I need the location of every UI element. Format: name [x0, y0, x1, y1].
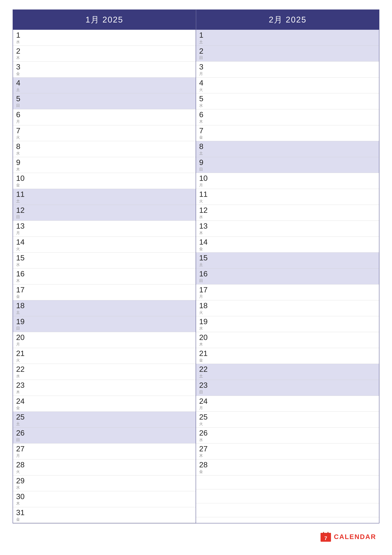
day-row: 26日	[13, 428, 196, 444]
event-area	[212, 286, 376, 295]
event-area	[29, 142, 192, 152]
day-number: 18	[16, 301, 24, 310]
day-row: 20木	[196, 332, 379, 348]
calendar-logo-icon: 7	[320, 531, 331, 542]
day-number: 8	[16, 142, 20, 151]
day-number: 21	[16, 349, 24, 358]
day-number: 27	[16, 445, 24, 453]
day-number: 4	[16, 79, 20, 87]
day-number: 8	[199, 142, 203, 151]
day-row: 15水	[13, 253, 196, 269]
day-number: 11	[16, 190, 24, 198]
day-name: 日	[199, 56, 203, 60]
day-name: 金	[16, 517, 20, 522]
day-name: 日	[199, 167, 203, 172]
day-number: 26	[16, 429, 24, 437]
event-area	[212, 190, 376, 200]
day-row: 3月	[196, 62, 379, 78]
day-number: 18	[199, 301, 207, 310]
day-row: 17月	[196, 285, 379, 300]
event-area	[29, 397, 192, 407]
february-column: 1土2日3月4火5水6木7金8土9日10月11火12水13木14金15土16日1…	[196, 30, 379, 523]
day-name: 火	[16, 469, 20, 474]
day-number: 15	[16, 254, 24, 262]
day-number: 26	[199, 429, 207, 437]
page: 1月 2025 2月 2025 1水2木3金4土5日6月7火8水9木10金11土…	[0, 0, 392, 555]
event-area	[29, 31, 192, 41]
day-row: 21金	[196, 348, 379, 364]
day-name: 月	[199, 294, 203, 299]
day-name: 金	[199, 135, 203, 140]
day-number: 6	[199, 110, 203, 119]
day-row: 16木	[13, 269, 196, 285]
day-row: 1水	[13, 30, 196, 46]
day-name: 月	[199, 72, 203, 76]
day-number: 24	[199, 397, 207, 405]
day-row: 18火	[196, 300, 379, 316]
day-number: 20	[16, 333, 24, 342]
event-area	[212, 47, 376, 57]
day-number: 4	[199, 79, 203, 87]
event-area	[29, 95, 192, 104]
day-number: 14	[16, 238, 24, 246]
day-number: 13	[16, 222, 24, 230]
svg-text:7: 7	[324, 535, 327, 541]
day-name: 火	[16, 358, 20, 363]
event-area	[29, 127, 192, 136]
event-area	[29, 254, 192, 263]
day-number: 10	[199, 174, 207, 183]
day-name: 木	[199, 119, 203, 124]
event-area	[29, 301, 192, 311]
day-number: 30	[16, 492, 24, 501]
day-number: 22	[199, 365, 207, 373]
day-name: 水	[199, 326, 203, 331]
day-name: 水	[199, 215, 203, 219]
month-header-february: 2月 2025	[196, 10, 379, 30]
day-row: 22土	[196, 364, 379, 380]
day-name: 日	[199, 278, 203, 283]
day-number: 28	[199, 461, 207, 469]
event-area	[29, 174, 192, 184]
day-row: 28火	[13, 460, 196, 475]
day-name: 日	[16, 326, 20, 331]
day-row: 13月	[13, 221, 196, 237]
day-name: 火	[16, 135, 20, 140]
day-number: 24	[16, 397, 24, 405]
day-number: 2	[16, 47, 20, 55]
day-number: 19	[16, 318, 24, 326]
day-number: 15	[199, 254, 207, 262]
day-row: 30木	[13, 491, 196, 507]
event-area	[212, 445, 376, 454]
day-name: 月	[16, 342, 20, 347]
event-area	[212, 95, 376, 104]
day-row: 11火	[196, 189, 379, 205]
event-area	[29, 238, 192, 248]
day-name: 金	[16, 294, 20, 299]
month-header-january: 1月 2025	[13, 10, 196, 30]
day-row: 2木	[13, 46, 196, 62]
event-area	[212, 349, 376, 359]
event-area	[29, 79, 192, 88]
day-number: 20	[199, 333, 207, 342]
day-name: 金	[16, 406, 20, 410]
day-number: 16	[16, 270, 24, 278]
event-area	[212, 429, 376, 438]
event-area	[212, 127, 376, 136]
day-row: 12日	[13, 205, 196, 221]
day-number: 7	[16, 127, 20, 135]
event-area	[212, 381, 376, 391]
event-area	[212, 174, 376, 184]
day-name: 金	[16, 72, 20, 76]
day-name: 水	[16, 485, 20, 490]
day-name: 木	[199, 342, 203, 347]
day-row: 9木	[13, 157, 196, 173]
day-number: 23	[199, 381, 207, 389]
day-name: 水	[16, 263, 20, 267]
day-number: 10	[16, 174, 24, 183]
day-row: 25土	[13, 412, 196, 428]
day-name: 木	[16, 167, 20, 172]
day-name: 木	[199, 231, 203, 235]
day-row: 24金	[13, 396, 196, 412]
day-number: 11	[199, 190, 207, 198]
day-name: 土	[199, 374, 203, 379]
